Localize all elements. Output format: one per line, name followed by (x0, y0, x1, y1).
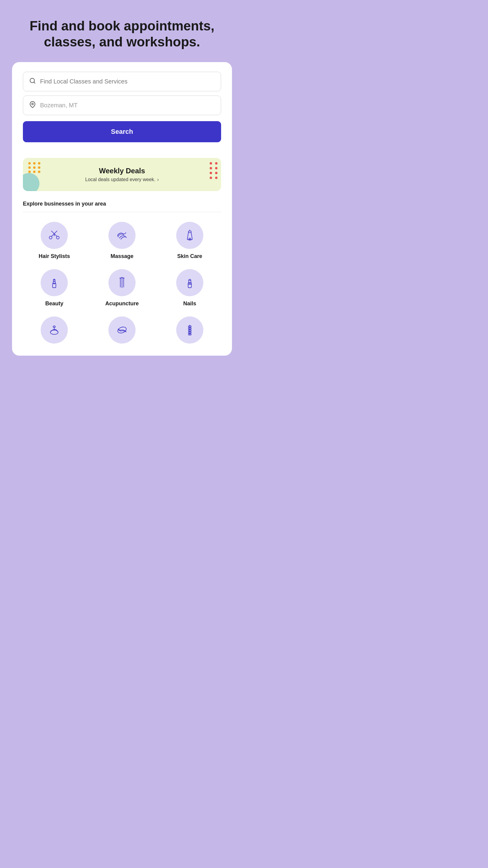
category-yoga[interactable] (91, 316, 154, 344)
deals-subtitle: Local deals updated every week. › (56, 177, 188, 182)
nails-icon-circle (176, 269, 203, 296)
svg-point-6 (57, 236, 59, 239)
category-waxing[interactable] (23, 316, 86, 344)
skin-care-icon-circle (176, 222, 203, 249)
chiro-icon-circle (176, 316, 203, 344)
waxing-icon-circle (41, 316, 68, 344)
search-section: Search (23, 72, 221, 142)
location-input[interactable] (40, 102, 215, 109)
svg-point-10 (189, 238, 191, 239)
acupuncture-label: Acupuncture (105, 301, 138, 307)
deals-banner[interactable]: Weekly Deals Local deals updated every w… (23, 158, 221, 191)
deals-title: Weekly Deals (56, 167, 188, 175)
categories-grid: Hair Stylists Massage (23, 222, 221, 344)
beauty-icon-circle (41, 269, 68, 296)
svg-line-1 (34, 82, 35, 83)
category-skin-care[interactable]: Skin Care (158, 222, 221, 259)
beauty-label: Beauty (45, 301, 63, 307)
category-chiro[interactable] (158, 316, 221, 344)
search-button[interactable]: Search (23, 121, 221, 142)
hair-stylists-label: Hair Stylists (38, 253, 70, 259)
svg-point-5 (50, 236, 52, 239)
nails-label: Nails (183, 301, 196, 307)
location-input-wrapper[interactable] (23, 96, 221, 115)
category-beauty[interactable]: Beauty (23, 269, 86, 307)
svg-point-22 (53, 326, 56, 328)
massage-icon-circle (108, 222, 135, 249)
deals-content: Weekly Deals Local deals updated every w… (32, 167, 212, 182)
divider (23, 212, 221, 212)
explore-section: Explore businesses in your area Hair Sty… (23, 201, 221, 344)
category-hair-stylists[interactable]: Hair Stylists (23, 222, 86, 259)
yoga-icon-circle (108, 316, 135, 344)
category-nails[interactable]: Nails (158, 269, 221, 307)
hero-title: Find and book appointments, classes, and… (17, 18, 227, 50)
category-acupuncture[interactable]: Acupuncture (91, 269, 154, 307)
svg-rect-13 (54, 280, 56, 281)
acupuncture-icon-circle (108, 269, 135, 296)
search-input[interactable] (40, 78, 215, 85)
location-icon (29, 101, 36, 110)
massage-label: Massage (110, 253, 133, 259)
category-massage[interactable]: Massage (91, 222, 154, 259)
hair-stylists-icon-circle (41, 222, 68, 249)
search-input-wrapper[interactable] (23, 72, 221, 91)
deals-arrow: › (157, 177, 159, 182)
explore-heading: Explore businesses in your area (23, 201, 221, 207)
search-icon (29, 78, 36, 86)
skin-care-label: Skin Care (177, 253, 202, 259)
svg-point-2 (32, 103, 33, 105)
main-card: Search (12, 62, 232, 355)
